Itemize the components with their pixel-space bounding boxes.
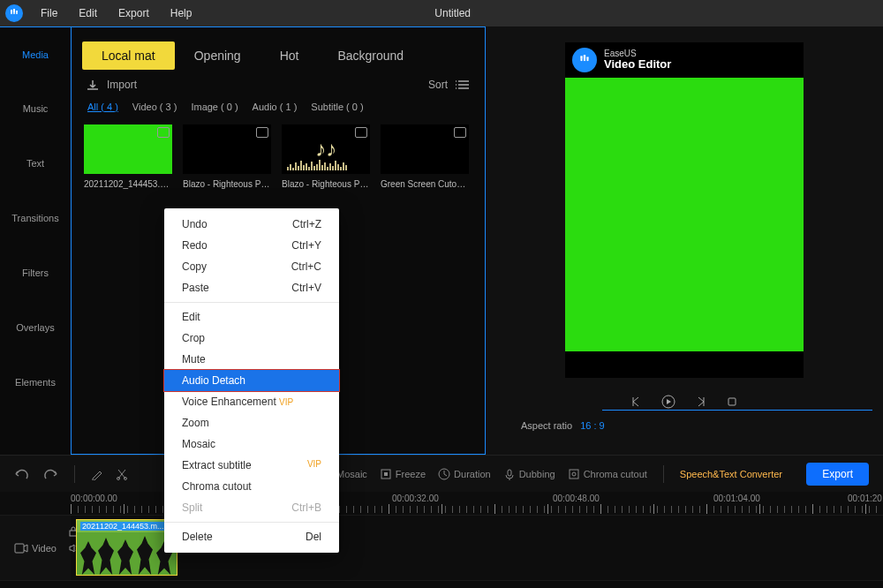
library-tabs: Local mat Opening Hot Background [82,38,474,73]
filter-audio[interactable]: Audio ( 1 ) [253,102,298,112]
media-item-label: Green Screen Cutout... [381,179,469,189]
chroma-button[interactable]: Chroma cutout [568,468,647,480]
svg-point-7 [584,59,585,61]
video-track-label: Video [32,543,57,554]
svg-rect-21 [384,472,388,476]
sidebar-item-text[interactable]: Text [0,136,71,191]
video-type-icon [256,127,268,138]
ctx-split: SplitCtrl+B [164,497,339,518]
sidebar: Media Music Text Transitions Filters Ove… [0,26,71,455]
import-label: Import [107,79,137,91]
tab-local[interactable]: Local mat [82,41,175,70]
redo-button[interactable] [42,468,58,480]
timeline-clip[interactable]: 20211202_144453.m... [76,519,177,576]
tab-opening[interactable]: Opening [175,41,260,70]
ctx-chroma-cutout[interactable]: Chroma cutout [164,476,339,497]
next-frame-button[interactable] [692,394,708,410]
freeze-button[interactable]: Freeze [380,468,426,480]
menu-export[interactable]: Export [109,4,158,23]
ruler-mark: 00:01:20.00 [848,494,883,503]
media-item[interactable]: ♪♪ Blazo - Righteous Pa... [282,124,370,189]
tab-hot[interactable]: Hot [260,41,319,70]
play-button[interactable] [660,394,676,410]
svg-rect-24 [570,470,578,479]
preview-content [565,78,804,351]
context-menu: UndoCtrl+Z RedoCtrl+Y CopyCtrl+C PasteCt… [164,208,339,553]
clip-label: 20211202_144453.m... [80,522,166,531]
edit-button[interactable] [91,468,103,480]
filter-video[interactable]: Video ( 3 ) [132,102,177,112]
sidebar-item-filters[interactable]: Filters [0,245,71,300]
ctx-undo[interactable]: UndoCtrl+Z [164,214,339,235]
ctx-mute[interactable]: Mute [164,349,339,370]
ctx-audio-detach[interactable]: Audio Detach [164,370,339,391]
menu-file[interactable]: File [32,4,66,23]
import-icon [86,79,100,91]
sort-button[interactable]: Sort [428,79,471,91]
timeline-ruler[interactable]: 00:00:00.00 00:00:16.00 00:00:32.00 00:0… [0,492,883,515]
ctx-delete[interactable]: DeleteDel [164,526,339,547]
progress-line[interactable] [602,410,872,411]
media-item-label: Blazo - Righteous Pa... [282,179,370,189]
stop-button[interactable] [724,394,740,410]
filter-all[interactable]: All ( 4 ) [87,102,118,112]
sidebar-item-transitions[interactable]: Transitions [0,191,71,245]
menu-help[interactable]: Help [162,4,201,23]
tab-background[interactable]: Background [318,41,423,70]
media-item[interactable]: 20211202_144453.m... [84,124,172,189]
import-button[interactable]: Import [86,79,137,91]
filter-subtitle[interactable]: Subtitle ( 0 ) [311,102,363,112]
media-item[interactable]: Green Screen Cutout... [381,124,469,189]
ctx-voice-enhancement[interactable]: Voice Enhancement VIP [164,391,339,412]
brand-watermark: EaseUS Video Editor [565,42,804,78]
ctx-mosaic[interactable]: Mosaic [164,433,339,455]
svg-point-2 [16,12,18,14]
brand-big: Video Editor [604,58,671,71]
thumbnail-row: 20211202_144453.m... Blazo - Righteous P… [72,121,485,192]
sidebar-item-media[interactable]: Media [0,26,71,81]
titlebar: File Edit Export Help Untitled [0,0,883,26]
aspect-value: 16 : 9 [580,420,605,431]
timeline-toolbar: Mosaic Freeze Duration Dubbing Chroma cu… [0,455,883,492]
audio-type-icon [355,127,367,138]
svg-rect-4 [13,9,15,12]
ruler-mark: 00:01:04.00 [713,494,760,503]
preview-panel: EaseUS Video Editor Aspect ratio 16 : 9 [486,26,883,455]
ctx-copy[interactable]: CopyCtrl+C [164,256,339,277]
prev-frame-button[interactable] [629,394,645,410]
media-item[interactable]: Blazo - Righteous Pa... [183,124,271,189]
aspect-label: Aspect ratio [521,420,572,431]
svg-point-25 [572,472,576,476]
track-thin-row [0,580,883,588]
ctx-paste[interactable]: PasteCtrl+V [164,277,339,298]
ctx-zoom[interactable]: Zoom [164,412,339,433]
ctx-crop[interactable]: Crop [164,328,339,349]
filter-image[interactable]: Image ( 0 ) [191,102,238,112]
sidebar-item-elements[interactable]: Elements [0,355,71,410]
ctx-extract-subtitle[interactable]: Extract subtitleVIP [164,455,339,476]
equalizer-icon [287,158,365,170]
preview-frame: EaseUS Video Editor [565,42,804,378]
ctx-edit[interactable]: Edit [164,306,339,328]
svg-point-0 [11,12,12,14]
speech-text-converter-button[interactable]: Speech&Text Converter [680,469,782,479]
menu-edit[interactable]: Edit [70,4,106,23]
export-button[interactable]: Export [806,463,869,486]
video-type-icon [157,127,170,138]
aspect-ratio[interactable]: Aspect ratio 16 : 9 [502,420,605,431]
sort-label: Sort [428,79,448,91]
svg-point-8 [586,59,588,61]
svg-rect-5 [16,11,18,12]
ctx-redo[interactable]: RedoCtrl+Y [164,235,339,256]
undo-button[interactable] [14,468,30,480]
dubbing-button[interactable]: Dubbing [503,468,555,480]
split-button[interactable] [116,468,128,480]
duration-button[interactable]: Duration [438,468,491,480]
svg-rect-26 [15,544,24,553]
video-track-header[interactable]: Video [0,516,71,580]
svg-rect-11 [586,57,588,59]
sidebar-item-overlays[interactable]: Overlays [0,300,71,355]
preview-letterbox [565,351,804,378]
media-item-label: Blazo - Righteous Pa... [183,179,271,189]
sidebar-item-music[interactable]: Music [0,81,71,136]
